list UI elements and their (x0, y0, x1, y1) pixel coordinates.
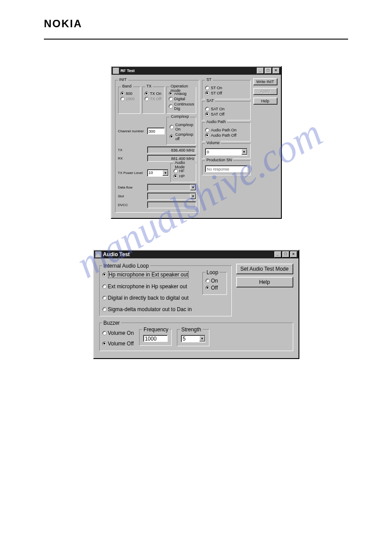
sat-legend: SAT (205, 98, 215, 103)
audio-test-window: Audio Test _ □ × Internal Audio Loop Hp … (93, 250, 299, 359)
st-off-radio[interactable]: ST Off (205, 91, 247, 95)
txpower-value: 10 (149, 170, 153, 175)
init-group: INIT Band 800 1900 TX TX On TX Off (115, 80, 200, 213)
tx-on-radio[interactable]: TX On (144, 91, 162, 96)
volume-group: Volume 0▼ (202, 143, 250, 159)
dataflow-select[interactable]: ▼ (147, 184, 197, 191)
brand-logo: NOKIA (44, 18, 348, 30)
compexp-on-radio[interactable]: Comp/exp On (169, 123, 193, 131)
compexp-off-label: Comp/exp off (175, 132, 193, 141)
sat-group: SAT SAT On SAT Off (202, 101, 250, 120)
opmode-legend: Operation mode (169, 84, 196, 93)
buzzer-legend: Buzzer (102, 320, 121, 326)
prodsn-value: No response (205, 165, 247, 172)
close-icon[interactable]: × (273, 68, 280, 74)
loop-opt1-label: Hp microphone in Ext speaker out (108, 271, 189, 278)
sat-off-label: SAT Off (211, 112, 224, 116)
frequency-input[interactable]: 1000 (143, 335, 168, 342)
minimize-icon[interactable]: _ (274, 251, 281, 258)
init-legend: INIT (118, 77, 128, 82)
loop-on-radio[interactable]: On (205, 278, 224, 284)
loop-off-radio[interactable]: Off (205, 285, 224, 291)
maximize-icon[interactable]: □ (265, 68, 272, 74)
sat-on-label: SAT On (211, 107, 224, 111)
band-legend: Band (121, 84, 133, 88)
internal-audio-loop-group: Internal Audio Loop Hp microphone in Ext… (99, 265, 232, 316)
loop-opt3-label: Digital in directly back to digital out (108, 295, 189, 301)
compexp-legend: Comp/exp (169, 114, 190, 119)
audiopath-legend: Audio Path (205, 120, 227, 124)
volume-on-radio[interactable]: Volume On (102, 330, 134, 336)
rf-test-window: RF Test _ □ × INIT Band 800 19 (111, 66, 282, 219)
maximize-icon[interactable]: □ (282, 251, 289, 258)
app-icon (95, 251, 101, 258)
strength-select[interactable]: 5▼ (181, 335, 205, 342)
band-800-radio[interactable]: 800 (120, 91, 138, 96)
chevron-down-icon: ▼ (241, 149, 247, 155)
audiomode-hf-label: HF (179, 169, 184, 173)
loop-opt1-radio[interactable]: Hp microphone in Ext speaker out (102, 271, 203, 278)
txpower-select[interactable]: 10▼ (147, 169, 169, 177)
close-icon[interactable]: × (290, 251, 297, 258)
st-group: ST ST On ST Off (202, 80, 250, 99)
buzzer-group: Buzzer Volume On Volume Off Frequency 10… (99, 323, 293, 351)
opmode-digital-radio[interactable]: Digital (169, 97, 194, 101)
chevron-down-icon: ▼ (162, 170, 168, 176)
tx-off-label: TX Off (150, 97, 162, 101)
loop-opt4-label: Sigma-delta modulator out to Dac in (108, 306, 192, 312)
audiomode-hf-radio[interactable]: HF (173, 169, 193, 173)
rxfreq-label: RX (118, 156, 145, 160)
prodsn-group: Production SN No response (202, 160, 250, 175)
compexp-off-radio[interactable]: Comp/exp off (169, 132, 193, 141)
volume-on-label: Volume On (108, 330, 134, 336)
loop-opt2-radio[interactable]: Ext microphone in Hp speaker out (102, 283, 203, 290)
loop-off-label: Off (211, 285, 218, 291)
sat-on-radio[interactable]: SAT On (205, 107, 247, 111)
st-on-radio[interactable]: ST On (205, 86, 247, 90)
apply-button[interactable]: Apply (253, 88, 277, 95)
help-button[interactable]: Help (253, 98, 277, 105)
minimize-icon[interactable]: _ (257, 68, 264, 74)
audiomode-hp-radio[interactable]: HP (173, 174, 193, 178)
audiopath-off-radio[interactable]: Audio Path Off (205, 133, 247, 138)
loop-opt4-radio[interactable]: Sigma-delta modulator out to Dac in (102, 306, 203, 312)
help-button[interactable]: Help (236, 277, 293, 287)
prodsn-legend: Production SN (205, 158, 233, 162)
audiopath-on-radio[interactable]: Audio Path On (205, 128, 247, 132)
strength-legend: Strength (180, 326, 202, 333)
band-1900-label: 1900 (126, 97, 135, 101)
strength-group: Strength 5▼ (177, 329, 209, 346)
slot-select[interactable]: ▼ (147, 192, 197, 200)
rf-titlebar: RF Test _ □ × (111, 67, 281, 75)
channel-input[interactable]: 300 (147, 127, 165, 134)
volume-off-radio[interactable]: Volume Off (102, 341, 134, 347)
write-init-button[interactable]: Write INIT (253, 78, 277, 85)
audio-title: Audio Test (103, 251, 130, 258)
tx-on-label: TX On (150, 91, 162, 96)
st-on-label: ST On (211, 86, 222, 90)
frequency-group: Frequency 1000 (139, 329, 172, 346)
audiopath-off-label: Audio Path Off (211, 133, 236, 138)
rf-title: RF Test (121, 69, 135, 73)
st-legend: ST (205, 77, 213, 82)
band-1900-radio[interactable]: 1900 (120, 97, 138, 101)
sat-off-radio[interactable]: SAT Off (205, 112, 247, 116)
dvcc-input[interactable] (147, 201, 197, 208)
loop-opt3-radio[interactable]: Digital in directly back to digital out (102, 295, 203, 301)
chevron-down-icon: ▼ (190, 193, 196, 199)
txfreq-label: TX (118, 148, 145, 152)
audiomode-group: Audio Mode HF HP (170, 163, 196, 182)
opmode-contdig-radio[interactable]: Continuous Dig (169, 102, 194, 111)
set-audio-test-mode-button[interactable]: Set Audio Test Mode (236, 264, 293, 274)
chevron-down-icon: ▼ (190, 185, 196, 190)
volume-select[interactable]: 0▼ (205, 148, 247, 156)
volume-value: 0 (207, 150, 209, 154)
loop-on-label: On (211, 278, 218, 284)
chevron-down-icon: ▼ (199, 336, 205, 341)
slot-label: Slot (118, 194, 145, 198)
txfreq-value: 836.400 MHz (147, 146, 197, 153)
dataflow-label: Data flow (118, 185, 145, 189)
tx-off-radio[interactable]: TX Off (144, 97, 162, 101)
band-group: Band 800 1900 (118, 87, 140, 114)
loop-legend: Loop (205, 269, 220, 276)
